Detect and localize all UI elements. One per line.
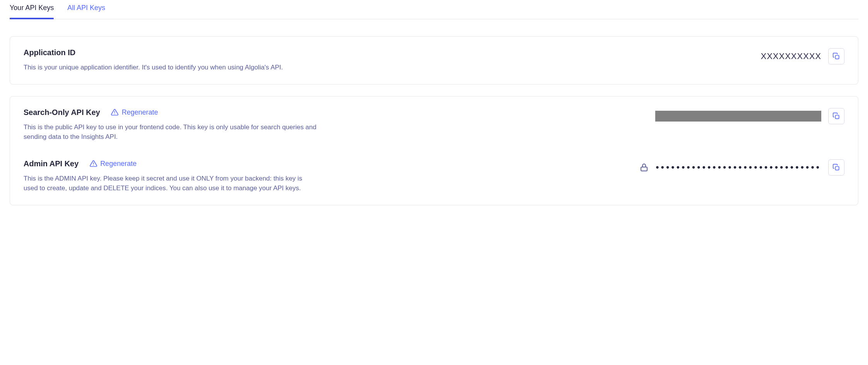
api-keys-card: Search-Only API Key Regenerate This is t… [10, 96, 858, 205]
copy-icon [832, 52, 840, 60]
warning-icon [111, 108, 119, 116]
regenerate-search-key-link[interactable]: Regenerate [111, 108, 158, 117]
tab-all-api-keys[interactable]: All API Keys [67, 4, 105, 19]
lock-icon [639, 163, 649, 172]
warning-icon [90, 160, 97, 167]
copy-admin-key-button[interactable] [828, 159, 844, 176]
search-only-key-title: Search-Only API Key [24, 108, 100, 117]
application-id-title: Application ID [24, 48, 75, 57]
regenerate-label: Regenerate [100, 160, 137, 168]
search-only-key-value-masked [655, 111, 821, 122]
regenerate-admin-key-link[interactable]: Regenerate [90, 160, 137, 168]
copy-application-id-button[interactable] [828, 48, 844, 64]
admin-key-description: This is the ADMIN API key. Please keep i… [24, 174, 317, 193]
copy-icon [832, 112, 840, 120]
tabs-bar: Your API Keys All API Keys [10, 0, 858, 19]
copy-search-key-button[interactable] [828, 108, 844, 124]
application-id-value: XXXXXXXXXX [761, 51, 821, 61]
svg-rect-0 [836, 56, 839, 59]
search-only-key-description: This is the public API key to use in you… [24, 122, 317, 142]
application-id-description: This is your unique application identifi… [24, 63, 317, 73]
svg-rect-7 [836, 166, 839, 170]
svg-rect-6 [641, 167, 647, 171]
tab-your-api-keys[interactable]: Your API Keys [10, 4, 54, 19]
search-only-key-row: Search-Only API Key Regenerate This is t… [24, 108, 844, 142]
copy-icon [832, 164, 840, 171]
application-id-card: Application ID This is your unique appli… [10, 36, 858, 84]
admin-key-row: Admin API Key Regenerate This is the ADM… [24, 159, 844, 193]
admin-key-value-masked: •••••••••••••••••••••••••••••••• [656, 162, 821, 173]
svg-rect-3 [836, 115, 839, 118]
admin-key-title: Admin API Key [24, 159, 79, 168]
regenerate-label: Regenerate [122, 108, 158, 117]
